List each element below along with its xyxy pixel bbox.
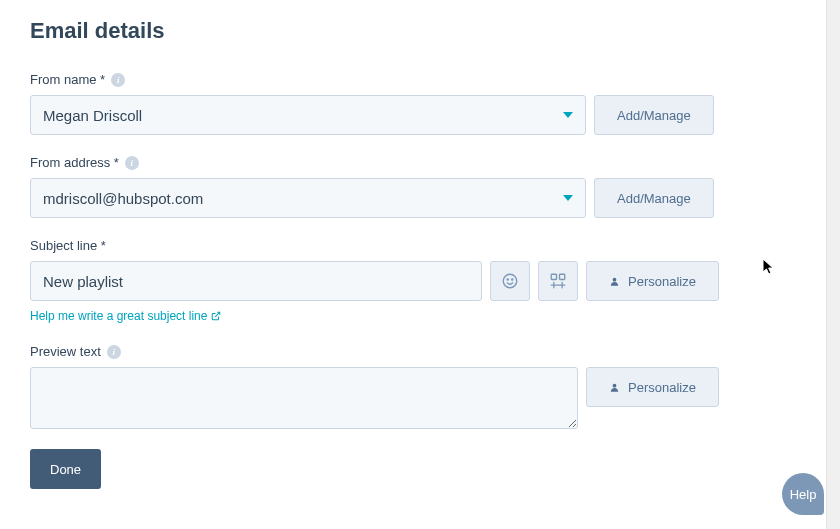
svg-point-1 — [507, 279, 508, 280]
subject-input[interactable] — [30, 261, 482, 301]
personalize-label: Personalize — [628, 380, 696, 395]
svg-point-5 — [613, 277, 617, 281]
emoji-button[interactable] — [490, 261, 530, 301]
subject-label: Subject line * — [30, 238, 106, 253]
done-button[interactable]: Done — [30, 449, 101, 489]
ab-test-icon — [549, 272, 567, 290]
external-link-icon — [211, 311, 221, 321]
from-name-manage-button[interactable]: Add/Manage — [594, 95, 714, 135]
help-link-text: Help me write a great subject line — [30, 309, 207, 323]
info-icon[interactable]: i — [107, 345, 121, 359]
page-title: Email details — [30, 18, 810, 44]
svg-point-0 — [503, 274, 517, 288]
from-address-select[interactable]: mdriscoll@hubspot.com — [30, 178, 586, 218]
help-bubble[interactable]: Help — [782, 473, 824, 515]
from-name-select[interactable]: Megan Driscoll — [30, 95, 586, 135]
from-name-value: Megan Driscoll — [43, 107, 142, 124]
from-name-group: From name * i Megan Driscoll Add/Manage — [30, 72, 810, 135]
personalize-label: Personalize — [628, 274, 696, 289]
chevron-down-icon — [563, 195, 573, 201]
scrollbar-thumb[interactable] — [829, 0, 839, 529]
subject-group: Subject line * — [30, 238, 810, 324]
ab-test-button[interactable] — [538, 261, 578, 301]
info-icon[interactable]: i — [111, 73, 125, 87]
svg-rect-3 — [551, 274, 556, 279]
emoji-icon — [501, 272, 519, 290]
subject-help-link[interactable]: Help me write a great subject line — [30, 309, 221, 323]
preview-label: Preview text — [30, 344, 101, 359]
subject-personalize-button[interactable]: Personalize — [586, 261, 719, 301]
from-name-label: From name * — [30, 72, 105, 87]
info-icon[interactable]: i — [125, 156, 139, 170]
preview-textarea[interactable] — [30, 367, 578, 429]
svg-point-2 — [512, 279, 513, 280]
from-address-label: From address * — [30, 155, 119, 170]
from-address-group: From address * i mdriscoll@hubspot.com A… — [30, 155, 810, 218]
from-address-value: mdriscoll@hubspot.com — [43, 190, 203, 207]
person-icon — [609, 276, 620, 287]
svg-point-6 — [613, 383, 617, 387]
preview-personalize-button[interactable]: Personalize — [586, 367, 719, 407]
person-icon — [609, 382, 620, 393]
from-address-manage-button[interactable]: Add/Manage — [594, 178, 714, 218]
svg-rect-4 — [560, 274, 565, 279]
chevron-down-icon — [563, 112, 573, 118]
preview-group: Preview text i Personalize — [30, 344, 810, 429]
scrollbar[interactable] — [826, 0, 840, 529]
